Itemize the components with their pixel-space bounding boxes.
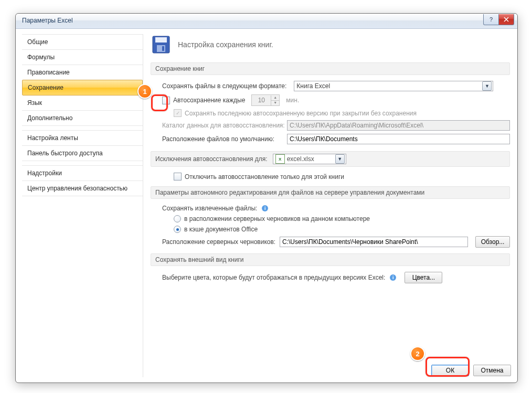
chevron-down-icon: ▼	[482, 81, 492, 91]
category-sidebar: Общие Формулы Правописание Сохранение Яз…	[16, 29, 143, 383]
section-preserve-visual: Сохранять внешний вид книги	[151, 253, 510, 266]
info-icon[interactable]: i	[390, 274, 396, 281]
nav-proofing[interactable]: Правописание	[22, 65, 143, 80]
office-cache-label: в кэше документов Office	[184, 226, 258, 233]
titlebar[interactable]: Параметры Excel ?	[16, 14, 517, 29]
autosave-label: Автосохранение каждые	[173, 97, 245, 104]
autosave-checkbox[interactable]	[162, 97, 170, 104]
default-dir-label: Расположение файлов по умолчанию:	[162, 135, 284, 143]
section-autorecover-exceptions: Исключения автовосстановления для: Xexce…	[151, 151, 510, 167]
drafts-location-label: в расположении серверных черновиков на д…	[184, 215, 370, 222]
colors-label: Выберите цвета, которые будут отображать…	[162, 274, 385, 281]
nav-addins[interactable]: Надстройки	[22, 165, 143, 181]
section-save-workbooks: Сохранение книг	[151, 62, 510, 75]
nav-general[interactable]: Общие	[22, 34, 143, 50]
disable-autorecover-label: Отключить автовосстановление только для …	[185, 173, 344, 180]
nav-save[interactable]: Сохранение	[22, 80, 143, 95]
server-drafts-dir-input[interactable]	[280, 237, 468, 247]
drafts-location-radio[interactable]	[174, 215, 181, 222]
server-drafts-dir-label: Расположение серверных черновиков:	[162, 238, 276, 246]
autorecover-dir-label: Каталог данных для автовосстановления:	[162, 122, 284, 129]
office-cache-radio[interactable]	[174, 226, 181, 233]
autosave-minutes-spinner[interactable]: 10 ▲▼	[251, 94, 280, 106]
cancel-button[interactable]: Отмена	[473, 365, 511, 376]
page-title: Настройка сохранения книг.	[178, 40, 273, 49]
default-dir-input[interactable]	[287, 134, 510, 144]
browse-button[interactable]: Обзор...	[475, 236, 510, 248]
keep-last-autosave-checkbox: ✓	[174, 109, 182, 117]
content-pane: Настройка сохранения книг. Сохранение кн…	[143, 29, 517, 383]
autorecover-dir-input	[287, 120, 510, 131]
ok-button[interactable]: ОК	[431, 365, 469, 376]
chevron-down-icon: ▼	[335, 154, 345, 164]
window-title: Параметры Excel	[22, 17, 73, 24]
section-offline-editing: Параметры автономного редактирования для…	[151, 186, 510, 199]
colors-button[interactable]: Цвета...	[405, 272, 442, 283]
svg-rect-1	[155, 37, 167, 43]
save-icon	[152, 35, 171, 54]
nav-advanced[interactable]: Дополнительно	[22, 111, 143, 126]
nav-quick-access[interactable]: Панель быстрого доступа	[22, 146, 143, 161]
info-icon[interactable]: i	[262, 205, 268, 211]
exception-file-select[interactable]: Xexcel.xlsx ▼	[273, 154, 346, 164]
file-format-select[interactable]: Книга Excel ▼	[294, 81, 493, 91]
nav-formulas[interactable]: Формулы	[22, 50, 143, 65]
excel-options-dialog: Параметры Excel ? Общие Формулы Правопис…	[15, 13, 518, 383]
nav-customize-ribbon[interactable]: Настройка ленты	[22, 130, 143, 146]
nav-trust-center[interactable]: Центр управления безопасностью	[22, 181, 143, 196]
save-checked-out-label: Сохранять извлеченные файлы:	[162, 205, 257, 212]
svg-rect-3	[162, 46, 164, 51]
close-button[interactable]	[499, 14, 514, 25]
disable-autorecover-checkbox[interactable]	[174, 173, 182, 180]
keep-last-autosave-label: Сохранять последнюю автосохраненную верс…	[185, 110, 417, 117]
excel-file-icon: X	[275, 154, 285, 164]
nav-language[interactable]: Язык	[22, 95, 143, 111]
help-button[interactable]: ?	[483, 14, 499, 25]
minutes-label: мин.	[286, 97, 299, 104]
format-label: Сохранять файлы в следующем формате:	[162, 82, 286, 90]
